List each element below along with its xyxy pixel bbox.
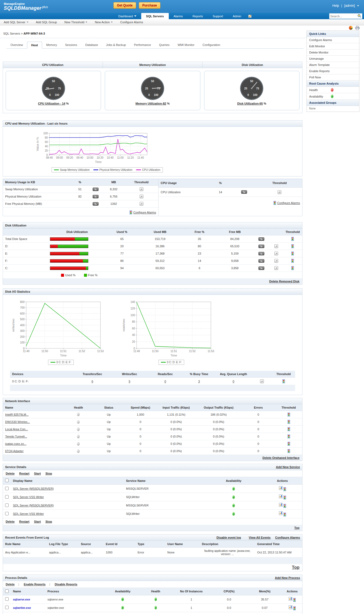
threshold-traffic-light-icon[interactable] [284, 513, 286, 516]
seven-day-report-icon[interactable]: 7▸ [258, 259, 264, 263]
report-icon[interactable] [279, 511, 283, 515]
threshold-edit-icon[interactable]: ↗ [274, 266, 278, 270]
transfers-link[interactable]: 6 [92, 380, 93, 383]
threshold-traffic-light-icon[interactable] [291, 259, 294, 263]
seven-day-report-icon[interactable]: 7▸ [93, 202, 99, 206]
service-link[interactable]: SQL Server (MSSQLSERVER) [13, 504, 54, 507]
threshold-edit-icon[interactable]: ↗ [140, 187, 143, 191]
queue-length-link[interactable]: 0 [232, 380, 234, 383]
new-action-menu[interactable]: New Action [91, 21, 116, 24]
seven-day-report-icon[interactable]: 7▸ [258, 245, 264, 248]
configure-alarms-link[interactable]: Configure Alarms [275, 536, 300, 539]
new-threshold-menu[interactable]: New Threshold [61, 21, 91, 24]
nav-admin[interactable]: Admin [228, 13, 246, 19]
threshold-edit-icon[interactable]: ↗ [140, 195, 143, 198]
row-checkbox[interactable] [5, 503, 9, 507]
sidebar-poll-now[interactable]: Poll Now [307, 74, 359, 81]
row-checkbox[interactable] [5, 512, 9, 515]
interface-link[interactable]: IntelR 82579LM... [5, 413, 29, 416]
row-checkbox[interactable] [5, 597, 9, 601]
threshold-edit-icon[interactable]: ↗ [140, 202, 143, 206]
reads-link[interactable]: 0 [164, 380, 166, 383]
tab-queries[interactable]: Queries [155, 42, 174, 49]
cpu-gauge-link[interactable]: CPU Utilization - 14 [38, 102, 65, 105]
writes-link[interactable]: 5 [129, 380, 130, 383]
view-all-events-link[interactable]: View All Events [249, 536, 271, 539]
health-status-icon[interactable] [331, 88, 333, 92]
nav-reports[interactable]: Reports [188, 13, 208, 19]
add-new-process-link[interactable]: Add New Process [275, 576, 300, 579]
nav-support[interactable]: Support [208, 13, 228, 19]
service-link[interactable]: SQL Server (MSSQLSERVER) [13, 487, 54, 490]
tab-host[interactable]: Host [27, 42, 42, 49]
top-link[interactable]: Top [294, 526, 299, 529]
sidebar-enable-reports[interactable]: Enable Reports [307, 68, 359, 74]
report-icon[interactable] [289, 597, 292, 601]
threshold-traffic-light-icon[interactable] [284, 496, 286, 499]
top-link[interactable]: Top [292, 565, 299, 570]
memory-gauge-link[interactable]: Memory Utilization-82 [136, 102, 166, 105]
threshold-edit-icon[interactable]: ↗ [260, 379, 264, 383]
tab-overview[interactable]: Overview [6, 42, 27, 49]
sidebar-configure-alarms[interactable]: Configure Alarms [307, 37, 359, 43]
busy-time-link[interactable]: 3 [198, 380, 200, 383]
configure-alarms-link[interactable]: Configure Alarms [277, 201, 300, 205]
sidebar-unmanage[interactable]: Unmanage [307, 56, 359, 62]
threshold-traffic-light-icon[interactable] [282, 379, 285, 383]
pie-chart-icon[interactable] [349, 26, 353, 31]
nav-alarms[interactable]: Alarms [169, 13, 188, 19]
report-icon[interactable] [279, 503, 283, 507]
search-icon[interactable] [357, 14, 361, 18]
sidebar-edit-monitor[interactable]: Edit Monitor [307, 43, 359, 49]
threshold-traffic-light-icon[interactable] [284, 504, 286, 508]
add-sql-group-button[interactable]: Add SQL Group [32, 21, 61, 24]
report-icon[interactable] [289, 605, 292, 609]
threshold-traffic-light-icon[interactable] [293, 606, 296, 610]
breadcrumb-sql-servers[interactable]: SQL Servers > [3, 32, 23, 35]
configure-alarms-link[interactable]: Configure Alarms [133, 211, 156, 214]
tab-database[interactable]: Database [81, 42, 102, 49]
admin-menu[interactable]: [admin] [344, 4, 355, 8]
row-checkbox[interactable] [5, 487, 9, 490]
service-start-link[interactable]: Start [34, 472, 41, 475]
threshold-traffic-light-icon[interactable] [284, 487, 286, 491]
service-link[interactable]: SQL Server VSS Writer [13, 512, 44, 515]
purchase-button[interactable]: Purchase [139, 2, 160, 9]
threshold-traffic-light-icon[interactable] [288, 435, 290, 438]
seven-day-report-icon[interactable]: 7▸ [241, 190, 247, 194]
service-delete-link[interactable]: Delete [6, 520, 15, 523]
add-new-service-link[interactable]: Add New Service [276, 465, 300, 469]
threshold-edit-icon[interactable]: ↗ [278, 190, 281, 194]
threshold-edit-icon[interactable]: ↗ [274, 244, 278, 248]
tab-sessions[interactable]: Sessions [61, 42, 81, 49]
threshold-traffic-light-icon[interactable] [288, 427, 290, 431]
service-link[interactable]: SQL Server VSS Writer [13, 495, 44, 499]
interface-link[interactable]: Teredo Tunneli... [5, 435, 27, 438]
select-all-checkbox[interactable] [5, 589, 9, 593]
get-quote-button[interactable]: Get Quote [113, 2, 136, 9]
threshold-traffic-light-icon[interactable] [291, 252, 294, 255]
service-stop-link[interactable]: Stop [45, 520, 52, 523]
add-sql-server-menu[interactable]: Add SQL Server [0, 21, 32, 24]
row-checkbox[interactable] [5, 606, 9, 609]
chevron-down-icon[interactable] [357, 5, 359, 6]
nav-dashboard[interactable]: Dashboard [113, 13, 141, 19]
disable-event-log-link[interactable]: Disable event log [217, 536, 241, 539]
tab-jobs-backup[interactable]: Jobs & Backup [102, 42, 130, 49]
report-icon[interactable] [279, 486, 283, 490]
chevron-down-icon[interactable] [134, 15, 136, 17]
help-link[interactable]: Help [332, 4, 339, 8]
service-restart-link[interactable]: Restart [19, 472, 29, 475]
service-start-link[interactable]: Start [34, 520, 41, 523]
service-stop-link[interactable]: Stop [45, 472, 52, 475]
sidebar-delete-monitor[interactable]: Delete Monitor [307, 49, 359, 56]
threshold-traffic-light-icon[interactable] [288, 413, 290, 416]
process-disable-reports-link[interactable]: Disable Reports [55, 583, 77, 586]
row-checkbox[interactable] [5, 495, 9, 499]
threshold-traffic-light-icon[interactable] [288, 442, 290, 446]
process-delete-link[interactable]: Delete [6, 583, 15, 586]
disk-gauge-link[interactable]: Disk Utilization-65 [237, 102, 263, 105]
seven-day-report-icon[interactable]: 7▸ [258, 252, 264, 255]
tab-configuration[interactable]: Configuration [198, 42, 224, 49]
nav-sql-servers[interactable]: SQL Servers [141, 13, 169, 19]
